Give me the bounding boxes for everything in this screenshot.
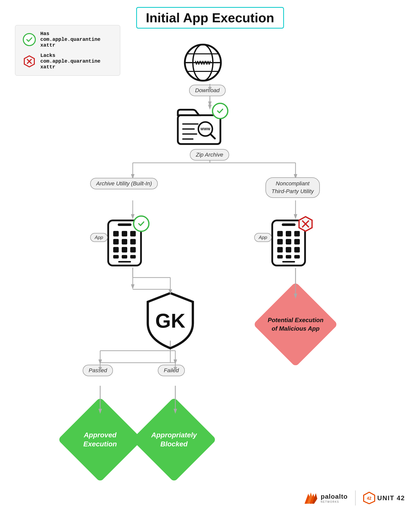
svg-rect-53: [122, 231, 127, 236]
svg-rect-52: [113, 231, 119, 236]
page-title: Initial App Execution: [136, 7, 284, 29]
app-left-check-badge: [133, 215, 150, 232]
unit42-icon: 42: [363, 492, 375, 504]
paloalto-icon: [303, 491, 318, 505]
svg-rect-62: [122, 255, 127, 259]
svg-rect-72: [294, 239, 300, 244]
app-left-node: App: [105, 218, 144, 269]
gk-shield-node: GK: [144, 291, 197, 352]
svg-marker-28: [174, 359, 177, 364]
svg-text:WWW: WWW: [200, 127, 210, 131]
svg-text:WWW: WWW: [195, 60, 211, 66]
approved-diamond: Approved Execution: [70, 410, 130, 470]
download-label: Download: [189, 85, 226, 96]
branding-area: paloalto NETWORKS 42 UNIT 42: [303, 490, 405, 505]
svg-rect-68: [286, 231, 291, 236]
svg-rect-73: [277, 247, 283, 252]
svg-rect-61: [113, 255, 119, 259]
legend-box: Has com.apple.quarantine xattr Lacks com…: [15, 25, 120, 76]
paloalto-logo: paloalto NETWORKS: [303, 491, 348, 505]
approved-label: Approved Execution: [70, 431, 130, 449]
zip-archive-label: Zip Archive: [190, 149, 229, 161]
globe-icon: WWW: [183, 43, 223, 83]
potential-diamond: Potential Execution of Malicious App: [265, 294, 326, 354]
failed-label: Failed: [158, 365, 185, 376]
app-right-x-badge: [297, 215, 314, 233]
svg-rect-70: [277, 239, 283, 244]
svg-rect-56: [122, 239, 127, 244]
legend-x-text: Lacks com.apple.quarantine xattr: [40, 53, 112, 70]
noncompliant-label: NoncompliantThird-Party Utility: [265, 177, 320, 198]
potential-label: Potential Execution of Malicious App: [265, 316, 326, 333]
svg-rect-75: [294, 247, 300, 252]
legend-item-x: Lacks com.apple.quarantine xattr: [23, 53, 112, 70]
svg-text:GK: GK: [155, 310, 185, 332]
blocked-label: Appropriately Blocked: [144, 431, 204, 449]
svg-rect-78: [294, 255, 300, 259]
svg-rect-74: [286, 247, 291, 252]
legend-check-text: Has com.apple.quarantine xattr: [40, 31, 112, 48]
svg-rect-50: [118, 223, 131, 226]
svg-marker-24: [98, 359, 102, 364]
archive-utility-label: Archive Utility (Built-In): [90, 178, 158, 189]
svg-rect-77: [286, 255, 291, 259]
svg-rect-67: [277, 231, 283, 236]
gk-shield-icon: GK: [144, 291, 197, 351]
legend-item-check: Has com.apple.quarantine xattr: [23, 31, 112, 48]
svg-rect-63: [130, 255, 136, 259]
unit42-logo: 42 UNIT 42: [363, 492, 405, 504]
svg-rect-76: [277, 255, 283, 259]
passed-label: Passed: [83, 365, 113, 376]
svg-text:42: 42: [367, 496, 371, 500]
globe-node: WWW: [183, 43, 223, 83]
svg-rect-60: [130, 247, 136, 252]
svg-marker-18: [131, 284, 134, 289]
svg-rect-71: [286, 239, 291, 244]
zip-check-badge: [212, 103, 228, 119]
svg-rect-59: [122, 247, 127, 252]
blocked-diamond: Appropriately Blocked: [144, 410, 204, 470]
svg-rect-57: [130, 239, 136, 244]
svg-rect-58: [113, 247, 119, 252]
red-hex-icon: [23, 55, 36, 68]
svg-line-43: [210, 134, 215, 139]
branding-divider: [355, 490, 356, 505]
svg-rect-65: [282, 223, 296, 226]
zip-archive-node: WWW: [175, 105, 223, 148]
check-circle-icon: [23, 33, 36, 46]
svg-rect-55: [113, 239, 119, 244]
app-right-node: App: [269, 218, 308, 269]
